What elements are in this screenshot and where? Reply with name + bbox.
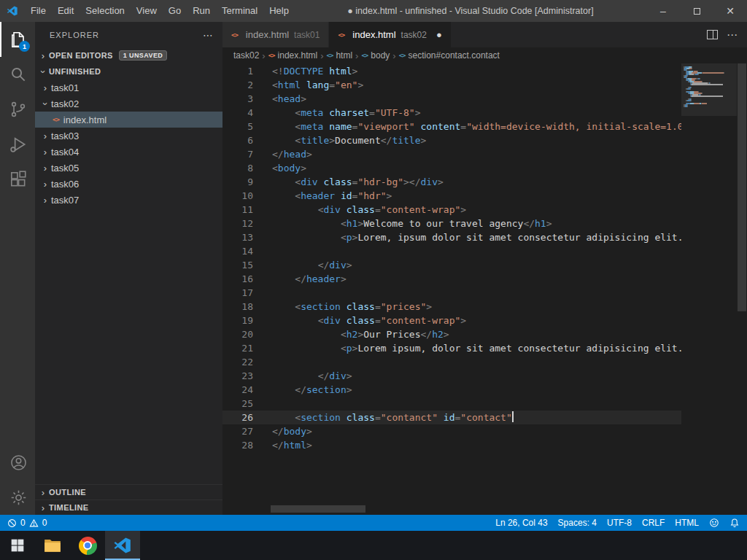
panel-timeline[interactable]: ›TIMELINE: [35, 499, 222, 515]
line-content: <div class="content-wrap">: [272, 314, 466, 327]
taskbar-vscode[interactable]: [105, 531, 140, 560]
code-line-12[interactable]: 12 <h1>Welcome to our travel agency</h1>: [222, 217, 681, 230]
tree-folder-task06[interactable]: ›task06: [35, 176, 222, 192]
code-line-13[interactable]: 13 <p>Lorem, ipsum dolor sit amet consec…: [222, 230, 681, 244]
code-line-1[interactable]: 1<!DOCTYPE html>: [222, 64, 681, 78]
language-mode[interactable]: HTML: [675, 518, 699, 528]
code-line-26[interactable]: 26 <section class="contanct" id="contact…: [222, 411, 681, 424]
code-line-4[interactable]: 4 <meta charset="UTF-8">: [222, 106, 681, 120]
code-line-28[interactable]: 28</html>: [222, 438, 681, 452]
code-line-11[interactable]: 11 <div class="content-wrap">: [222, 203, 681, 217]
code-line-9[interactable]: 9 <div class="hdr-bg"></div>: [222, 175, 681, 189]
code-line-3[interactable]: 3<head>: [222, 92, 681, 106]
explorer-sidebar: EXPLORER ⋯ › OPEN EDITORS 1 UNSAVED › UN…: [35, 22, 222, 515]
notifications-bell-icon[interactable]: [729, 518, 740, 528]
tree-item-label: task07: [51, 195, 79, 206]
breadcrumb-item[interactable]: <>body: [361, 50, 390, 61]
menu-help[interactable]: Help: [263, 0, 295, 22]
tree-folder-task01[interactable]: ›task01: [35, 79, 222, 96]
line-content: <meta name="viewport" content="width=dev…: [272, 120, 681, 133]
code-line-27[interactable]: 27</body>: [222, 424, 681, 438]
tree-folder-task07[interactable]: ›task07: [35, 192, 222, 208]
code-line-23[interactable]: 23 </div>: [222, 369, 681, 383]
menu-run[interactable]: Run: [187, 0, 216, 22]
tree-folder-task03[interactable]: ›task03: [35, 128, 222, 144]
menu-selection[interactable]: Selection: [80, 0, 130, 22]
line-number: 18: [222, 300, 253, 314]
code-line-8[interactable]: 8<body>: [222, 161, 681, 175]
start-button[interactable]: [0, 531, 35, 560]
code-line-18[interactable]: 18 <section class="prices">: [222, 300, 681, 314]
minimize-button[interactable]: –: [646, 0, 680, 22]
horizontal-scrollbar-thumb[interactable]: [271, 505, 365, 513]
code-line-10[interactable]: 10 <header id="hdr">: [222, 189, 681, 203]
code-line-17[interactable]: 17: [222, 286, 681, 300]
breadcrumb-item[interactable]: <>html: [327, 50, 353, 61]
tab-task01[interactable]: <>index.htmltask01: [222, 22, 329, 47]
code-line-21[interactable]: 21 <p>Lorem ipsum, dolor sit amet consec…: [222, 341, 681, 355]
code-line-5[interactable]: 5 <meta name="viewport" content="width=d…: [222, 120, 681, 133]
code-line-15[interactable]: 15 </div>: [222, 258, 681, 272]
menu-view[interactable]: View: [131, 0, 163, 22]
tab-bar: <>index.htmltask01<>index.htmltask02● ⋯: [222, 22, 747, 47]
encoding[interactable]: UTF-8: [607, 518, 632, 528]
editor-more-actions-icon[interactable]: ⋯: [727, 28, 738, 42]
tree-folder-task05[interactable]: ›task05: [35, 160, 222, 176]
eol-sequence[interactable]: CRLF: [642, 518, 665, 528]
activity-run-debug-button[interactable]: [0, 127, 35, 162]
code-line-20[interactable]: 20 <h2>Our Prices</h2>: [222, 327, 681, 341]
minimap[interactable]: [681, 63, 737, 515]
chevron-right-icon: ›: [37, 502, 49, 513]
vscode-icon: [113, 536, 132, 555]
settings-button[interactable]: [0, 480, 35, 515]
cursor-position[interactable]: Ln 26, Col 43: [495, 518, 547, 528]
line-number: 4: [222, 106, 253, 120]
tab-task02[interactable]: <>index.htmltask02●: [329, 22, 451, 47]
taskbar-chrome[interactable]: [70, 531, 105, 560]
close-button[interactable]: ✕: [713, 0, 747, 22]
indentation[interactable]: Spaces: 4: [558, 518, 597, 528]
vertical-scrollbar-thumb[interactable]: [738, 63, 746, 311]
breadcrumb-item[interactable]: <>section#contact.contact: [399, 50, 500, 61]
activity-source-control-button[interactable]: [0, 92, 35, 127]
vertical-scrollbar[interactable]: [737, 63, 747, 515]
code-line-19[interactable]: 19 <div class="content-wrap">: [222, 314, 681, 327]
menu-go[interactable]: Go: [163, 0, 187, 22]
line-content: <h1>Welcome to our travel agency</h1>: [272, 217, 552, 230]
sidebar-bottom-panels: ›OUTLINE›TIMELINE: [35, 484, 222, 515]
chevron-right-icon: ›: [39, 195, 51, 206]
account-button[interactable]: [0, 445, 35, 480]
menu-file[interactable]: File: [25, 0, 52, 22]
activity-explorer-button[interactable]: 1: [0, 22, 35, 57]
tree-folder-task04[interactable]: ›task04: [35, 144, 222, 160]
tree-file-index-html[interactable]: <>index.html: [35, 112, 222, 128]
code-line-6[interactable]: 6 <title>Document</title>: [222, 133, 681, 147]
restore-button[interactable]: [680, 0, 713, 22]
problems-status[interactable]: 0 0: [7, 518, 47, 528]
breadcrumb-item[interactable]: task02: [233, 50, 259, 61]
code-line-16[interactable]: 16 </header>: [222, 272, 681, 286]
breadcrumb-item[interactable]: <>index.html: [268, 50, 318, 61]
explorer-more-actions-icon[interactable]: ⋯: [203, 29, 214, 41]
panel-outline[interactable]: ›OUTLINE: [35, 484, 222, 499]
code-line-25[interactable]: 25: [222, 397, 681, 411]
code-line-24[interactable]: 24 </section>: [222, 383, 681, 397]
split-editor-icon[interactable]: [707, 30, 718, 39]
code-area[interactable]: 1<!DOCTYPE html>2<html lang="en">3<head>…: [222, 63, 747, 515]
error-count: 0: [20, 518, 26, 528]
explorer-badge: 1: [19, 41, 30, 52]
feedback-smiley-icon[interactable]: [709, 518, 719, 528]
workspace-root-row[interactable]: › UNFINISHED: [35, 63, 222, 79]
code-line-14[interactable]: 14: [222, 244, 681, 258]
tree-folder-task02[interactable]: ›task02: [35, 96, 222, 112]
line-number: 15: [222, 258, 253, 272]
activity-extensions-button[interactable]: [0, 162, 35, 197]
code-line-7[interactable]: 7</head>: [222, 147, 681, 161]
taskbar-file-explorer[interactable]: [35, 531, 70, 560]
open-editors-section[interactable]: › OPEN EDITORS 1 UNSAVED: [35, 47, 222, 63]
code-line-22[interactable]: 22: [222, 355, 681, 369]
menu-edit[interactable]: Edit: [52, 0, 80, 22]
menu-terminal[interactable]: Terminal: [216, 0, 263, 22]
activity-search-button[interactable]: [0, 57, 35, 92]
code-line-2[interactable]: 2<html lang="en">: [222, 78, 681, 92]
